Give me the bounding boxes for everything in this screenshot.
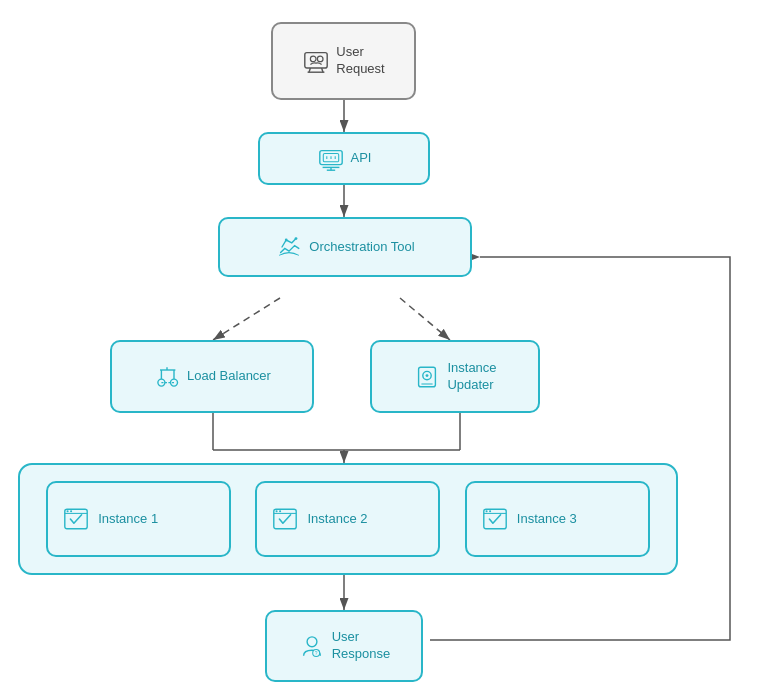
api-label: API — [351, 150, 372, 167]
instance-3-node: Instance 3 — [465, 481, 650, 557]
user-response-node: ? User Response — [265, 610, 423, 682]
api-node: API — [258, 132, 430, 185]
svg-point-26 — [295, 237, 298, 240]
instance-updater-label: Instance Updater — [447, 360, 496, 394]
instance-2-node: Instance 2 — [255, 481, 440, 557]
svg-point-36 — [426, 374, 429, 377]
svg-line-4 — [213, 298, 280, 340]
instance-updater-icon — [413, 363, 441, 391]
user-response-label: User Response — [332, 629, 391, 663]
svg-point-50 — [307, 637, 317, 647]
instance-1-node: Instance 1 — [46, 481, 231, 557]
api-icon — [317, 145, 345, 173]
instances-group: Instance 1 Instance 2 Instance 3 — [18, 463, 678, 575]
instance-3-label: Instance 3 — [517, 511, 577, 528]
user-request-node: User Request — [271, 22, 416, 100]
svg-point-16 — [318, 56, 324, 62]
instance-3-icon — [481, 505, 509, 533]
user-request-label: User Request — [336, 44, 384, 78]
svg-point-41 — [70, 510, 72, 512]
orchestration-node: Orchestration Tool — [218, 217, 472, 277]
load-balancer-node: Load Balancer — [110, 340, 314, 413]
svg-line-5 — [400, 298, 450, 340]
svg-point-25 — [285, 239, 288, 242]
load-balancer-icon — [153, 363, 181, 391]
diagram-container: User Request API Orchestration Tool — [0, 0, 760, 699]
svg-text:?: ? — [315, 651, 318, 656]
orchestration-label: Orchestration Tool — [309, 239, 414, 256]
svg-point-49 — [489, 510, 491, 512]
instance-updater-node: Instance Updater — [370, 340, 540, 413]
svg-point-45 — [280, 510, 282, 512]
user-request-icon — [302, 47, 330, 75]
instance-1-icon — [62, 505, 90, 533]
svg-point-15 — [311, 56, 317, 62]
instance-2-icon — [271, 505, 299, 533]
instance-2-label: Instance 2 — [307, 511, 367, 528]
svg-point-40 — [67, 510, 69, 512]
load-balancer-label: Load Balancer — [187, 368, 271, 385]
svg-point-44 — [276, 510, 278, 512]
instance-1-label: Instance 1 — [98, 511, 158, 528]
svg-point-27 — [158, 379, 165, 386]
user-response-icon: ? — [298, 632, 326, 660]
svg-point-48 — [485, 510, 487, 512]
orchestration-icon — [275, 233, 303, 261]
